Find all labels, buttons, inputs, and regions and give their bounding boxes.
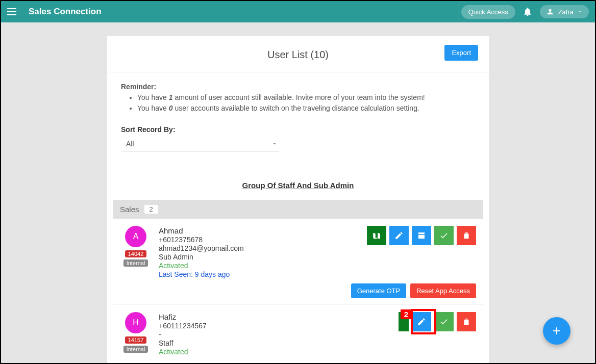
reminder-line-2: You have 0 user accounts available to sw… (137, 103, 475, 113)
trash-icon (462, 317, 471, 326)
page-title: User List (10) (122, 49, 474, 61)
quick-access-button[interactable]: Quick Access (461, 5, 515, 19)
reset-app-access-button[interactable]: Reset App Access (410, 283, 476, 298)
plus-icon: + (553, 323, 561, 339)
delete-button[interactable] (457, 226, 476, 245)
tag-badge: Internal (123, 259, 148, 267)
confirm-button[interactable] (434, 312, 454, 331)
chevron-down-icon (578, 9, 583, 14)
delete-button[interactable] (457, 312, 476, 331)
user-list-card: User List (10) Export Reminder: You have… (107, 36, 489, 363)
reminder-label: Reminder: (121, 83, 475, 91)
group-bar: Sales 2 (113, 200, 483, 219)
user-status: Activated (159, 348, 476, 356)
map-icon (372, 231, 381, 240)
sort-block: Sort Record By: All (107, 120, 489, 159)
highlight-box (411, 309, 436, 334)
pencil-icon (394, 231, 404, 240)
highlight-number: 2 (401, 309, 412, 319)
user-row: H 14157 Internal Hafiz +60111234567 - St… (113, 305, 483, 363)
avatar: H (125, 312, 146, 333)
confirm-button[interactable] (434, 226, 454, 245)
content-area: User List (10) Export Reminder: You have… (1, 22, 595, 363)
menu-icon[interactable] (7, 6, 19, 18)
sort-label: Sort Record By: (121, 125, 475, 134)
group-title: Group Of Staff And Sub Admin (107, 181, 489, 190)
user-name: Zafra (558, 8, 574, 16)
user-icon (546, 8, 554, 16)
add-fab[interactable]: + (543, 317, 570, 345)
map-button[interactable] (367, 226, 386, 245)
trash-icon (462, 231, 471, 240)
reminder-line-1: You have 1 amount of user account still … (137, 93, 475, 102)
user-row: A 14042 Internal Ahmad +6012375678 ahmad… (113, 219, 483, 305)
generate-otp-button[interactable]: Generate OTP (351, 283, 407, 298)
user-role: Staff (159, 339, 476, 347)
reminder-block: Reminder: You have 1 amount of user acco… (107, 72, 489, 120)
user-last-seen: Last Seen: 9 days ago (159, 270, 476, 278)
group-label: Sales (120, 205, 139, 214)
card-button[interactable] (412, 226, 431, 245)
app-title: Sales Connection (29, 7, 102, 17)
bell-icon[interactable] (523, 7, 533, 17)
edit-button[interactable] (389, 226, 409, 245)
tag-badge: Internal (123, 346, 148, 353)
app-header: Sales Connection Quick Access Zafra (1, 1, 595, 22)
avatar: A (125, 226, 146, 247)
user-list: Sales 2 A 14042 Internal Ahmad +60123756… (107, 200, 489, 363)
user-menu[interactable]: Zafra (540, 5, 589, 18)
dropdown-caret-icon (272, 141, 277, 146)
user-email: ahmad1234@yopmail.com (159, 244, 476, 252)
user-role: Sub Admin (159, 253, 476, 261)
user-status: Activated (159, 262, 476, 270)
sort-value: All (126, 140, 134, 148)
id-badge: 14042 (125, 250, 147, 257)
id-badge: 14157 (125, 336, 147, 344)
check-icon (439, 317, 449, 326)
sort-select[interactable]: All (121, 137, 279, 151)
card-icon (417, 231, 426, 240)
group-count: 2 (144, 205, 158, 214)
check-icon (439, 231, 449, 240)
export-button[interactable]: Export (444, 45, 478, 61)
